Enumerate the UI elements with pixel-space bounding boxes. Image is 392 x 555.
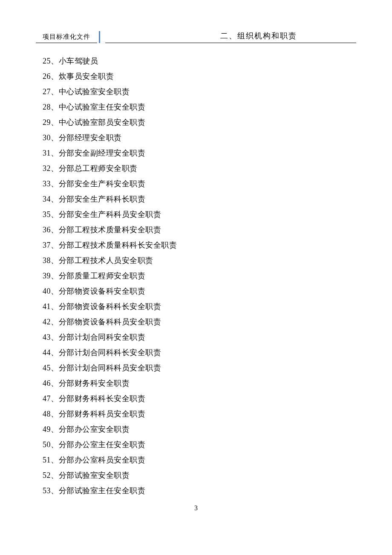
- toc-item: 50、分部办公室主任安全职责: [43, 437, 356, 452]
- toc-item: 49、分部办公室安全职责: [43, 422, 356, 437]
- toc-item: 27、中心试验室安全职责: [43, 84, 356, 99]
- toc-item: 28、中心试验室主任安全职责: [43, 99, 356, 115]
- toc-item: 34、分部安全生产科科长职责: [43, 191, 356, 207]
- toc-item: 35、分部安全生产科科员安全职责: [43, 207, 356, 222]
- toc-item: 46、分部财务科安全职责: [43, 376, 356, 391]
- toc-item: 52、分部试验室安全职责: [43, 468, 356, 483]
- toc-item: 36、分部工程技术质量科安全职责: [43, 222, 356, 237]
- toc-item: 42、分部物资设备科科员安全职责: [43, 314, 356, 330]
- toc-item: 53、分部试验室主任安全职责: [43, 483, 356, 498]
- toc-item: 43、分部计划合同科安全职责: [43, 330, 356, 345]
- header-left-title: 项目标准化文件: [36, 33, 97, 43]
- toc-item: 25、小车驾驶员: [43, 53, 356, 69]
- toc-item: 47、分部财务科科长安全职责: [43, 391, 356, 406]
- toc-item: 29、中心试验室部员安全职责: [43, 115, 356, 130]
- toc-item: 37、分部工程技术质量科科长安全职责: [43, 237, 356, 253]
- header-divider: [99, 31, 100, 43]
- header-right-wrap: 二、组织机构和职责: [105, 31, 356, 43]
- toc-item: 48、分部财务科科员安全职责: [43, 406, 356, 422]
- toc-item: 38、分部工程技术人员安全职责: [43, 253, 356, 268]
- toc-item: 41、分部物资设备科科长安全职责: [43, 299, 356, 314]
- toc-item: 44、分部计划合同科科长安全职责: [43, 345, 356, 360]
- header-right-title: 二、组织机构和职责: [220, 32, 297, 40]
- page-header: 项目标准化文件 二、组织机构和职责: [36, 31, 356, 43]
- toc-item: 26、炊事员安全职责: [43, 69, 356, 84]
- toc-content: 25、小车驾驶员26、炊事员安全职责27、中心试验室安全职责28、中心试验室主任…: [43, 53, 356, 498]
- toc-item: 45、分部计划合同科科员安全职责: [43, 360, 356, 376]
- page-number: 3: [0, 504, 392, 512]
- toc-item: 51、分部办公室科员安全职责: [43, 452, 356, 468]
- toc-item: 30、分部经理安全职责: [43, 130, 356, 145]
- toc-item: 39、分部质量工程师安全职责: [43, 268, 356, 283]
- toc-item: 33、分部安全生产科安全职责: [43, 176, 356, 191]
- toc-item: 32、分部总工程师安全职责: [43, 161, 356, 176]
- toc-item: 40、分部物资设备科安全职责: [43, 283, 356, 299]
- toc-item: 31、分部安全副经理安全职责: [43, 145, 356, 161]
